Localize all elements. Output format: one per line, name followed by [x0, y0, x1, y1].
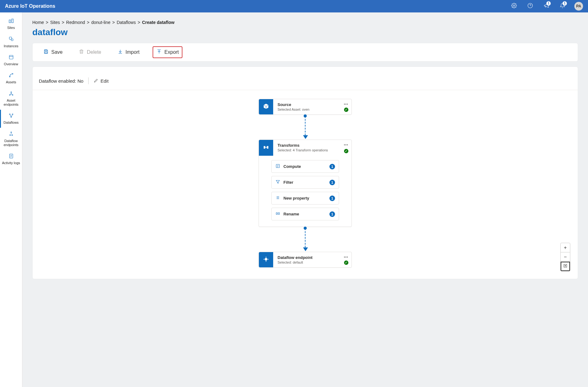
- compute-icon: [275, 164, 280, 169]
- op-count: 1: [329, 164, 335, 169]
- export-button[interactable]: Export: [153, 46, 182, 58]
- crumb-sites[interactable]: Sites: [50, 20, 60, 25]
- nav-label: Sites: [7, 26, 15, 30]
- main-content: Home> Sites> Redmond> donut-line> Datafl…: [22, 12, 588, 387]
- delete-label: Delete: [87, 49, 101, 55]
- svg-rect-34: [264, 146, 265, 148]
- node-endpoint-more[interactable]: ⋯: [344, 255, 348, 260]
- op-count: 1: [329, 180, 335, 185]
- nav-activity-logs[interactable]: Activity logs: [0, 150, 22, 168]
- dataflow-status-bar: Dataflow enabled: No Edit: [33, 72, 578, 90]
- delete-button: Delete: [76, 47, 104, 58]
- help-button[interactable]: [523, 0, 537, 12]
- svg-point-15: [11, 92, 11, 93]
- svg-rect-11: [9, 55, 13, 59]
- crumb-dataflows[interactable]: Dataflows: [117, 20, 136, 25]
- zoom-in-button[interactable]: +: [561, 243, 570, 252]
- notifications-badge: 1: [563, 1, 567, 6]
- node-source-subtitle: Selected Asset: oven: [278, 108, 348, 111]
- endpoint-icon: [263, 256, 269, 264]
- feedback-badge: 1: [546, 1, 551, 6]
- overview-icon: [8, 54, 14, 61]
- nav-assets[interactable]: Assets: [0, 69, 22, 87]
- op-filter[interactable]: Filter 1: [271, 176, 339, 189]
- op-count: 1: [329, 211, 335, 217]
- crumb-donut-line[interactable]: donut-line: [91, 20, 111, 25]
- divider: [88, 77, 89, 84]
- nav-label: Instances: [4, 44, 18, 48]
- nav-overview[interactable]: Overview: [0, 51, 22, 69]
- breadcrumb: Home> Sites> Redmond> donut-line> Datafl…: [32, 20, 578, 25]
- node-source[interactable]: Source Selected Asset: oven ⋯: [259, 99, 352, 115]
- nav-sites[interactable]: Sites: [0, 15, 22, 33]
- fit-screen-button[interactable]: [561, 262, 570, 271]
- edit-dataflow-button[interactable]: Edit: [94, 78, 108, 84]
- node-endpoint-title: Dataflow endpoint: [278, 255, 348, 260]
- status-ok-icon: [344, 149, 348, 153]
- buildings-icon: [8, 18, 14, 25]
- top-app-bar: Azure IoT Operations 1 1 PA: [0, 0, 588, 12]
- svg-point-45: [565, 265, 566, 266]
- nav-label: Overview: [4, 62, 18, 66]
- notifications-button[interactable]: 1: [556, 0, 569, 12]
- assets-icon: [8, 72, 14, 79]
- node-transforms[interactable]: Transforms Selected: 4 Transform operati…: [259, 140, 352, 227]
- op-rename[interactable]: Rename 1: [271, 208, 339, 220]
- svg-rect-28: [45, 50, 47, 51]
- svg-rect-42: [278, 213, 279, 214]
- settings-button[interactable]: [507, 0, 521, 12]
- save-icon: [43, 49, 49, 56]
- crumb-current: Create dataflow: [142, 20, 174, 25]
- nav-instances[interactable]: Instances: [0, 33, 22, 51]
- op-compute[interactable]: Compute 1: [271, 160, 339, 173]
- node-transforms-subtitle: Selected: 4 Transform operations: [278, 148, 348, 152]
- status-ok-icon: [344, 108, 348, 112]
- nav-label: Dataflows: [3, 121, 18, 125]
- help-icon: [527, 3, 533, 10]
- op-label: New property: [283, 196, 326, 200]
- save-button[interactable]: Save: [40, 47, 66, 58]
- page-title: dataflow: [32, 27, 578, 37]
- node-endpoint[interactable]: Dataflow endpoint Selected: default ⋯: [259, 252, 352, 268]
- nav-label: Asset endpoints: [1, 99, 21, 107]
- nav-dataflow-endpoints[interactable]: Dataflow endpoints: [0, 128, 22, 150]
- edit-label: Edit: [100, 78, 108, 84]
- node-source-title: Source: [278, 102, 348, 107]
- activity-logs-icon: [8, 153, 14, 160]
- op-label: Rename: [283, 212, 326, 216]
- status-ok-icon: [344, 260, 348, 265]
- zoom-out-button[interactable]: −: [561, 252, 570, 262]
- svg-point-20: [11, 117, 11, 117]
- cube-icon: [263, 103, 269, 111]
- op-new-property[interactable]: New property 1: [271, 192, 339, 205]
- op-count: 1: [329, 196, 335, 201]
- transforms-icon: [263, 144, 269, 152]
- asset-endpoints-icon: [8, 91, 14, 97]
- feedback-button[interactable]: 1: [540, 0, 553, 12]
- svg-rect-29: [45, 52, 47, 53]
- node-transforms-title: Transforms: [278, 143, 348, 148]
- dataflow-canvas[interactable]: Source Selected Asset: oven ⋯: [33, 90, 578, 279]
- import-icon: [117, 49, 123, 56]
- crumb-home[interactable]: Home: [32, 20, 44, 25]
- svg-rect-3: [9, 20, 11, 23]
- transform-operations-list: Compute 1 Filter 1 New property 1: [259, 156, 351, 227]
- nav-asset-endpoints[interactable]: Asset endpoints: [0, 88, 22, 110]
- dataflow-endpoints-icon: [8, 131, 14, 137]
- node-source-more[interactable]: ⋯: [344, 102, 348, 107]
- svg-rect-35: [267, 146, 268, 148]
- node-endpoint-subtitle: Selected: default: [278, 260, 348, 264]
- crumb-redmond[interactable]: Redmond: [66, 20, 85, 25]
- node-transforms-more[interactable]: ⋯: [344, 142, 348, 147]
- svg-point-19: [12, 114, 13, 115]
- gear-icon: [511, 3, 517, 10]
- op-label: Compute: [283, 164, 326, 169]
- nav-dataflows[interactable]: Dataflows: [0, 110, 22, 128]
- svg-point-18: [9, 114, 10, 115]
- user-avatar[interactable]: PA: [574, 2, 583, 11]
- fit-icon: [563, 264, 567, 269]
- connector-2: [305, 228, 305, 251]
- left-nav-rail: Sites Instances Overview Assets Asset en…: [0, 12, 22, 387]
- svg-point-1: [528, 3, 533, 8]
- import-button[interactable]: Import: [114, 47, 143, 58]
